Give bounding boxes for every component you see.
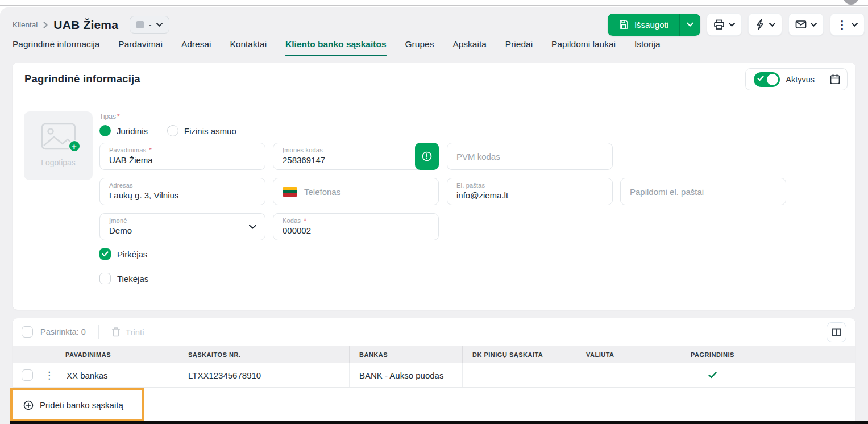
radio-fizinis-asmuo[interactable]: Fizinis asmuo	[167, 125, 236, 136]
pavadinimas-value: UAB Žiema	[109, 155, 256, 165]
column-header-empty	[741, 346, 855, 363]
breadcrumb: Klientai UAB Žiema -	[13, 16, 169, 34]
el-pastas-field[interactable]: El. paštas info@ziema.lt	[447, 178, 613, 205]
cell-valiuta	[576, 363, 684, 387]
email-button[interactable]	[788, 13, 824, 36]
primary-check-icon	[708, 372, 717, 379]
pavadinimas-field[interactable]: Pavadinimas * UAB Žiema	[99, 143, 265, 170]
toggle-knob	[767, 74, 778, 85]
cell-pagrindinis	[684, 363, 741, 387]
status-dropdown[interactable]: -	[130, 16, 169, 34]
pvm-kodas-field[interactable]: PVM kodas	[447, 143, 613, 170]
tab-kliento-banko-saskaitos[interactable]: Kliento banko sąskaitos	[285, 39, 386, 56]
tab-pardavimai[interactable]: Pardavimai	[118, 39, 163, 56]
tab-adresai[interactable]: Adresai	[181, 39, 211, 56]
chevron-down-icon	[769, 23, 775, 27]
table-row[interactable]: ⋮ XX bankas LTXX12345678910 BANK - Aukso…	[13, 363, 855, 388]
kodas-field[interactable]: Kodas * 000002	[273, 213, 439, 240]
header-actions: Išsaugoti	[608, 13, 865, 36]
type-radio-group: Juridinis Fizinis asmuo	[99, 125, 236, 136]
add-logo-icon[interactable]: +	[68, 140, 81, 152]
type-label: Tipas*	[99, 113, 120, 120]
cell-bankas: BANK - Aukso puodas	[349, 363, 462, 387]
print-button[interactable]	[707, 13, 742, 36]
column-header-pavadinimas[interactable]: PAVADINIMAS	[13, 346, 178, 363]
company-code-lookup-button[interactable]	[415, 143, 439, 170]
imone-value: Demo	[109, 226, 256, 235]
divider	[98, 325, 99, 339]
trash-icon	[111, 327, 121, 337]
save-icon	[618, 19, 629, 30]
column-header-dk-pinigu-saskaita[interactable]: DK PINIGŲ SĄSKAITA	[462, 346, 576, 363]
top-strip	[0, 0, 868, 6]
kebab-icon: ⋮	[837, 18, 848, 31]
papildomi-el-pastai-field[interactable]: Papildomi el. paštai	[620, 178, 786, 205]
more-actions-button[interactable]: ⋮	[830, 13, 865, 36]
radio-juridinis[interactable]: Juridinis	[99, 125, 148, 136]
active-toggle[interactable]: Aktyvus	[746, 72, 823, 87]
el-pastas-value: info@ziema.lt	[456, 190, 603, 200]
chevron-down-icon	[249, 225, 256, 229]
kodas-value: 000002	[283, 226, 429, 235]
tab-kontaktai[interactable]: Kontaktai	[230, 39, 267, 56]
tab-apskaita[interactable]: Apskaita	[452, 39, 486, 56]
select-all-checkbox[interactable]	[22, 326, 33, 338]
tab-istorija[interactable]: Istorija	[634, 39, 661, 56]
telefonas-field[interactable]: Telefonas	[273, 178, 439, 205]
chevron-down-icon	[729, 23, 735, 27]
add-bank-account-label: Pridėti banko sąskaitą	[40, 400, 123, 410]
adresas-field[interactable]: Adresas Laukų g. 3, Vilnius	[99, 178, 265, 205]
imones-kodas-value: 258369147	[283, 155, 429, 165]
tab-priedai[interactable]: Priedai	[505, 39, 533, 56]
logo-upload[interactable]: + Logotipas	[24, 111, 93, 180]
calendar-button[interactable]	[823, 69, 847, 90]
checkbox-checked-icon	[99, 248, 111, 260]
card-header: Pagrindinė informacija Aktyvus	[13, 63, 855, 95]
tab-papildomi-laukai[interactable]: Papildomi laukai	[551, 39, 616, 56]
page-title: UAB Žiema	[53, 18, 118, 32]
plus-circle-icon	[23, 400, 34, 410]
chevron-right-icon	[43, 22, 48, 28]
imones-kodas-field[interactable]: Įmonės kodas 258369147	[273, 143, 439, 170]
column-settings-button[interactable]	[827, 322, 846, 342]
save-dropdown-button[interactable]	[679, 14, 700, 36]
status-swatch	[136, 21, 144, 28]
row-checkbox[interactable]	[22, 369, 33, 381]
bottom-edge-bar	[10, 421, 868, 424]
cell-pavadinimas: ⋮ XX bankas	[13, 363, 178, 387]
tiekejas-checkbox[interactable]: Tiekėjas	[99, 273, 148, 284]
adresas-value: Laukų g. 3, Vilnius	[109, 190, 256, 200]
row-kebab-icon[interactable]: ⋮	[44, 371, 54, 380]
table-header-row: PAVADINIMAS SĄSKAITOS NR. BANKAS DK PINI…	[13, 346, 855, 363]
column-header-saskaitos-nr[interactable]: SĄSKAITOS NR.	[178, 346, 349, 363]
logo-label: Logotipas	[41, 158, 76, 167]
browser-avatar	[844, 0, 858, 5]
lithuania-flag-icon[interactable]	[283, 187, 297, 197]
toggle-switch[interactable]	[754, 72, 780, 87]
save-button-label: Išsaugoti	[634, 20, 668, 30]
tab-bar: Pagrindinė informacija Pardavimai Adresa…	[0, 39, 868, 56]
column-header-valiuta[interactable]: VALIUTA	[576, 346, 684, 363]
column-header-bankas[interactable]: BANKAS	[349, 346, 462, 363]
chevron-down-icon	[156, 23, 163, 27]
cell-dk-pinigu-saskaita	[462, 363, 576, 387]
chevron-down-icon	[852, 23, 858, 27]
column-header-pagrindinis[interactable]: PAGRINDINIS	[684, 346, 741, 363]
annotation-highlight: Pridėti banko sąskaitą	[10, 388, 144, 422]
breadcrumb-parent[interactable]: Klientai	[13, 20, 38, 29]
envelope-icon	[795, 20, 807, 29]
pirkejas-checkbox[interactable]: Pirkėjas	[99, 248, 147, 260]
save-button[interactable]: Išsaugoti	[608, 14, 700, 36]
delete-button-label: Trinti	[126, 327, 144, 337]
tab-grupes[interactable]: Grupės	[405, 39, 434, 56]
add-bank-account-button[interactable]: Pridėti banko sąskaitą	[13, 400, 123, 410]
cell-empty	[741, 363, 855, 387]
tab-pagrindine-informacija[interactable]: Pagrindinė informacija	[13, 39, 99, 56]
automation-button[interactable]	[748, 13, 782, 36]
screen: Klientai UAB Žiema - Išsaugoti	[0, 0, 868, 424]
cell-saskaitos-nr: LTXX12345678910	[178, 363, 349, 387]
row-bank-name: XX bankas	[67, 371, 108, 380]
delete-button[interactable]: Trinti	[111, 327, 144, 337]
imone-select[interactable]: Įmonė Demo	[99, 213, 265, 240]
checkbox-unchecked-icon	[99, 273, 111, 284]
